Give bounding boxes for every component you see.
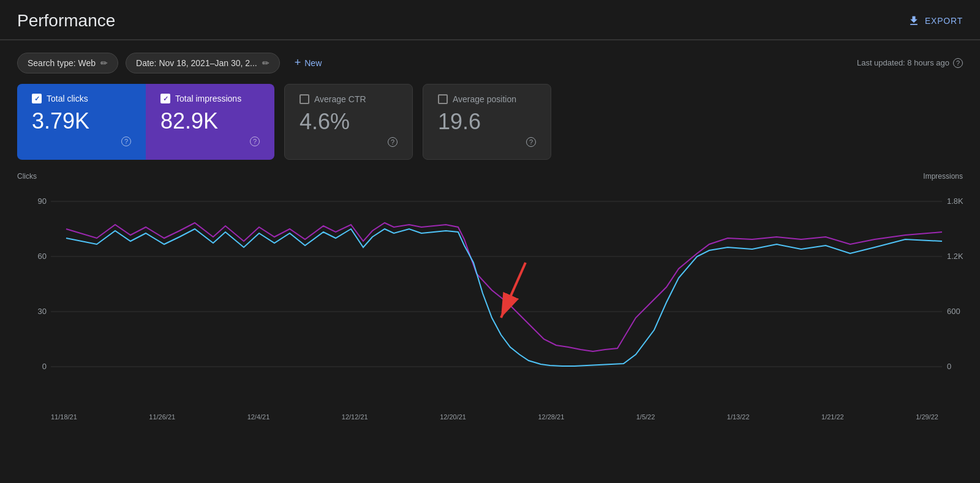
x-label-3: 12/4/21 [247, 413, 270, 421]
svg-text:0: 0 [947, 362, 951, 371]
plus-icon: + [295, 56, 301, 69]
x-label-1: 11/18/21 [51, 413, 77, 421]
page-title: Performance [17, 11, 115, 31]
export-icon [908, 15, 920, 27]
chart-area: Clicks Impressions 90 60 30 0 1.8K 1.2K … [0, 172, 980, 421]
metric-average-ctr[interactable]: Average CTR 4.6% ? [284, 84, 413, 160]
x-label-2: 11/26/21 [149, 413, 175, 421]
svg-text:0: 0 [42, 362, 47, 371]
search-type-label: Search type: Web [28, 58, 96, 68]
total-clicks-checkbox[interactable]: ✓ [32, 94, 42, 103]
x-label-7: 1/5/22 [636, 413, 655, 421]
x-axis-labels: 11/18/21 11/26/21 12/4/21 12/12/21 12/20… [17, 410, 963, 421]
average-position-label: Average position [453, 94, 516, 104]
x-label-6: 12/28/21 [538, 413, 564, 421]
new-label: New [304, 58, 322, 68]
x-label-10: 1/29/22 [916, 413, 938, 421]
header-divider [0, 40, 980, 40]
svg-text:90: 90 [38, 197, 47, 206]
metric-average-position[interactable]: Average position 19.6 ? [423, 84, 551, 160]
total-impressions-label: Total impressions [175, 94, 241, 103]
date-range-edit-icon: ✏ [262, 58, 270, 68]
chart-container: 90 60 30 0 1.8K 1.2K 600 0 [17, 183, 963, 410]
chart-svg: 90 60 30 0 1.8K 1.2K 600 0 [17, 183, 963, 410]
average-ctr-value: 4.6% [300, 109, 398, 135]
last-updated: Last updated: 8 hours ago ? [857, 58, 963, 68]
total-impressions-value: 82.9K [160, 108, 260, 134]
metric-total-impressions[interactable]: ✓ Total impressions 82.9K ? [146, 84, 274, 160]
total-clicks-label: Total clicks [47, 94, 88, 103]
export-label: EXPORT [925, 16, 963, 26]
total-clicks-info-icon[interactable]: ? [121, 137, 131, 146]
x-label-5: 12/20/21 [440, 413, 466, 421]
svg-text:1.2K: 1.2K [947, 252, 963, 261]
total-impressions-info-icon[interactable]: ? [250, 137, 260, 146]
average-ctr-info-icon[interactable]: ? [388, 137, 398, 147]
metrics-row: ✓ Total clicks 3.79K ? ✓ Total impressio… [0, 84, 980, 160]
date-range-filter[interactable]: Date: Nov 18, 2021–Jan 30, 2... ✏ [126, 53, 280, 73]
chart-axis-labels: Clicks Impressions [17, 172, 963, 181]
svg-text:60: 60 [38, 252, 47, 261]
total-impressions-checkbox[interactable]: ✓ [160, 94, 170, 103]
search-type-filter[interactable]: Search type: Web ✏ [17, 53, 118, 73]
x-label-8: 1/13/22 [727, 413, 750, 421]
average-ctr-label: Average CTR [314, 94, 366, 104]
right-axis-label: Impressions [923, 172, 963, 181]
x-label-4: 12/12/21 [342, 413, 368, 421]
average-position-value: 19.6 [438, 109, 536, 135]
last-updated-info-icon[interactable]: ? [953, 58, 963, 68]
red-arrow [501, 263, 526, 318]
x-label-9: 1/21/22 [821, 413, 844, 421]
average-ctr-checkbox[interactable] [300, 94, 309, 104]
search-type-edit-icon: ✏ [100, 58, 108, 68]
total-clicks-value: 3.79K [32, 108, 131, 134]
export-button[interactable]: EXPORT [908, 15, 963, 27]
date-range-label: Date: Nov 18, 2021–Jan 30, 2... [136, 58, 257, 68]
svg-text:600: 600 [947, 307, 960, 316]
left-axis-label: Clicks [17, 172, 37, 181]
clicks-line [66, 229, 942, 366]
impressions-line [66, 223, 942, 351]
average-position-info-icon[interactable]: ? [526, 137, 536, 147]
toolbar: Search type: Web ✏ Date: Nov 18, 2021–Ja… [0, 42, 980, 84]
metric-total-clicks[interactable]: ✓ Total clicks 3.79K ? [17, 84, 146, 160]
svg-text:1.8K: 1.8K [947, 197, 963, 206]
new-button[interactable]: + New [287, 51, 330, 74]
svg-text:30: 30 [38, 307, 47, 316]
average-position-checkbox[interactable] [438, 94, 448, 104]
header: Performance EXPORT [0, 0, 980, 40]
